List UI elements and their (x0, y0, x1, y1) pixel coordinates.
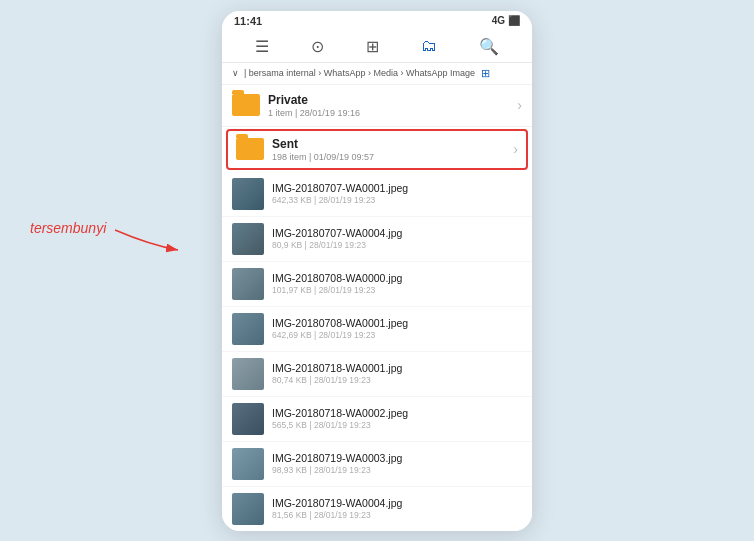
time-display: 11:41 (234, 15, 262, 27)
file-meta-2: 80,9 KB | 28/01/19 19:23 (272, 240, 522, 250)
battery-icon: ⬛ (508, 15, 520, 26)
folder-icon[interactable]: 🗂 (421, 37, 437, 55)
private-folder-name: Private (268, 93, 517, 107)
sent-chevron-icon: › (513, 141, 518, 157)
file-name-4: IMG-20180708-WA0001.jpeg (272, 317, 522, 329)
file-info-4: IMG-20180708-WA0001.jpeg 642,69 KB | 28/… (272, 317, 522, 340)
file-thumb-2 (232, 223, 264, 255)
file-info-2: IMG-20180707-WA0004.jpg 80,9 KB | 28/01/… (272, 227, 522, 250)
file-info-5: IMG-20180718-WA0001.jpg 80,74 KB | 28/01… (272, 362, 522, 385)
file-info-1: IMG-20180707-WA0001.jpeg 642,33 KB | 28/… (272, 182, 522, 205)
list-item[interactable]: IMG-20180719-WA0004.jpg 81,56 KB | 28/01… (222, 487, 532, 531)
file-info-3: IMG-20180708-WA0000.jpg 101,97 KB | 28/0… (272, 272, 522, 295)
breadcrumb-grid-icon[interactable]: ⊞ (481, 67, 490, 80)
sent-folder-name: Sent (272, 137, 513, 151)
file-name-2: IMG-20180707-WA0004.jpg (272, 227, 522, 239)
private-chevron-icon: › (517, 97, 522, 113)
file-thumb-6 (232, 403, 264, 435)
file-name-1: IMG-20180707-WA0001.jpeg (272, 182, 522, 194)
file-list: Private 1 item | 28/01/19 19:16 › Sent 1… (222, 85, 532, 531)
file-thumb-4 (232, 313, 264, 345)
file-meta-3: 101,97 KB | 28/01/19 19:23 (272, 285, 522, 295)
file-name-5: IMG-20180718-WA0001.jpg (272, 362, 522, 374)
network-icon: 4G (492, 15, 505, 26)
folder-sent[interactable]: Sent 198 item | 01/09/19 09:57 › (226, 129, 528, 170)
annotation-label: tersembunyi (30, 220, 106, 236)
file-thumb-1 (232, 178, 264, 210)
sent-folder-icon (236, 138, 264, 160)
private-folder-icon (232, 94, 260, 116)
history-icon[interactable]: ⊙ (311, 37, 324, 56)
phone-frame: 11:41 4G ⬛ ☰ ⊙ ⊞ 🗂 🔍 ∨ | bersama interna… (222, 11, 532, 531)
private-folder-meta: 1 item | 28/01/19 19:16 (268, 108, 517, 118)
file-meta-8: 81,56 KB | 28/01/19 19:23 (272, 510, 522, 520)
toolbar: ☰ ⊙ ⊞ 🗂 🔍 (222, 31, 532, 63)
file-meta-1: 642,33 KB | 28/01/19 19:23 (272, 195, 522, 205)
search-icon[interactable]: 🔍 (479, 37, 499, 56)
private-folder-info: Private 1 item | 28/01/19 19:16 (268, 93, 517, 118)
list-item[interactable]: IMG-20180719-WA0003.jpg 98,93 KB | 28/01… (222, 442, 532, 487)
list-item[interactable]: IMG-20180718-WA0001.jpg 80,74 KB | 28/01… (222, 352, 532, 397)
file-name-7: IMG-20180719-WA0003.jpg (272, 452, 522, 464)
file-meta-4: 642,69 KB | 28/01/19 19:23 (272, 330, 522, 340)
sent-folder-meta: 198 item | 01/09/19 09:57 (272, 152, 513, 162)
list-item[interactable]: IMG-20180718-WA0002.jpeg 565,5 KB | 28/0… (222, 397, 532, 442)
file-meta-6: 565,5 KB | 28/01/19 19:23 (272, 420, 522, 430)
menu-icon[interactable]: ☰ (255, 37, 269, 56)
breadcrumb-text: ∨ | bersama internal › WhatsApp › Media … (232, 68, 475, 78)
list-item[interactable]: IMG-20180708-WA0000.jpg 101,97 KB | 28/0… (222, 262, 532, 307)
list-item[interactable]: IMG-20180708-WA0001.jpeg 642,69 KB | 28/… (222, 307, 532, 352)
file-thumb-5 (232, 358, 264, 390)
file-info-8: IMG-20180719-WA0004.jpg 81,56 KB | 28/01… (272, 497, 522, 520)
file-name-6: IMG-20180718-WA0002.jpeg (272, 407, 522, 419)
grid-icon[interactable]: ⊞ (366, 37, 379, 56)
file-meta-5: 80,74 KB | 28/01/19 19:23 (272, 375, 522, 385)
file-thumb-7 (232, 448, 264, 480)
file-info-6: IMG-20180718-WA0002.jpeg 565,5 KB | 28/0… (272, 407, 522, 430)
breadcrumb: ∨ | bersama internal › WhatsApp › Media … (222, 63, 532, 85)
status-bar: 11:41 4G ⬛ (222, 11, 532, 31)
file-thumb-3 (232, 268, 264, 300)
sent-folder-info: Sent 198 item | 01/09/19 09:57 (272, 137, 513, 162)
list-item[interactable]: IMG-20180707-WA0001.jpeg 642,33 KB | 28/… (222, 172, 532, 217)
folder-private[interactable]: Private 1 item | 28/01/19 19:16 › (222, 85, 532, 127)
status-icons: 4G ⬛ (492, 15, 520, 26)
file-info-7: IMG-20180719-WA0003.jpg 98,93 KB | 28/01… (272, 452, 522, 475)
file-thumb-8 (232, 493, 264, 525)
file-name-8: IMG-20180719-WA0004.jpg (272, 497, 522, 509)
file-name-3: IMG-20180708-WA0000.jpg (272, 272, 522, 284)
list-item[interactable]: IMG-20180707-WA0004.jpg 80,9 KB | 28/01/… (222, 217, 532, 262)
file-meta-7: 98,93 KB | 28/01/19 19:23 (272, 465, 522, 475)
